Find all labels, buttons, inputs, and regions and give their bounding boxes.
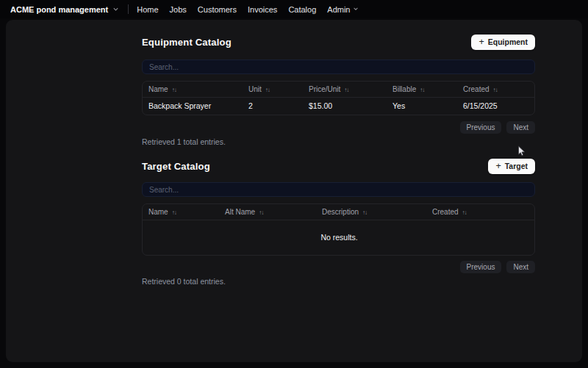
nav-item-jobs[interactable]: Jobs <box>170 5 187 14</box>
equipment-col-price-unit[interactable]: Price/Unit <box>303 82 387 97</box>
target-summary-text: Retrieved 0 total entries. <box>142 278 535 286</box>
sort-icon <box>344 87 348 93</box>
add-equipment-button[interactable]: Equipment <box>471 35 535 50</box>
target-col-description[interactable]: Description <box>316 204 426 220</box>
equipment-search-input[interactable] <box>142 59 535 74</box>
nav-links: Home Jobs Customers Invoices Catalog Adm… <box>137 5 359 14</box>
equipment-catalog-title: Equipment Catalog <box>142 37 232 48</box>
sort-icon <box>259 209 263 216</box>
target-table: Name Alt Name Description Created No res… <box>142 203 535 256</box>
target-catalog-title: Target Catalog <box>142 161 210 172</box>
add-target-button[interactable]: Target <box>488 159 535 174</box>
sort-icon <box>462 209 467 216</box>
add-equipment-label: Equipment <box>488 37 528 46</box>
cell-unit: 2 <box>243 97 303 115</box>
nav-item-invoices[interactable]: Invoices <box>248 5 277 14</box>
sort-icon <box>493 87 498 93</box>
sort-icon <box>362 209 367 216</box>
nav-item-customers[interactable]: Customers <box>198 5 237 14</box>
target-table-header-row: Name Alt Name Description Created <box>143 204 535 220</box>
equipment-table-header-row: Name Unit Price/Unit Billable Created <box>143 82 535 97</box>
target-previous-button[interactable]: Previous <box>460 261 502 273</box>
equipment-previous-button[interactable]: Previous <box>460 121 502 134</box>
equipment-section-header: Equipment Catalog Equipment <box>142 34 535 50</box>
plus-icon <box>478 37 484 47</box>
main-content-card: Equipment Catalog Equipment Name Unit Pr… <box>6 20 582 362</box>
equipment-col-billable[interactable]: Billable <box>387 82 457 97</box>
equipment-summary-text: Retrieved 1 total entries. <box>142 138 535 146</box>
equipment-table-row: Backpack Sprayer 2 $15.00 Yes 6/15/2025 <box>143 97 535 115</box>
sort-icon <box>172 87 176 93</box>
cell-name: Backpack Sprayer <box>143 97 243 115</box>
sort-icon <box>265 87 270 93</box>
equipment-next-button[interactable]: Next <box>506 121 535 134</box>
equipment-pagination: Previous Next <box>142 121 535 134</box>
nav-item-home[interactable]: Home <box>137 5 158 14</box>
content-container: Equipment Catalog Equipment Name Unit Pr… <box>142 20 535 286</box>
nav-item-admin[interactable]: Admin <box>327 5 359 14</box>
equipment-table: Name Unit Price/Unit Billable Created Ba… <box>142 81 535 115</box>
target-table-empty-row: No results. <box>143 220 535 255</box>
target-col-created[interactable]: Created <box>426 204 535 220</box>
cell-created: 6/15/2025 <box>457 97 535 115</box>
plus-icon <box>495 162 501 171</box>
target-col-alt-name[interactable]: Alt Name <box>219 204 316 220</box>
add-target-label: Target <box>505 162 528 170</box>
cell-price-unit: $15.00 <box>303 97 387 115</box>
org-switcher[interactable]: ACME pond management <box>10 5 119 14</box>
top-nav: ACME pond management Home Jobs Customers… <box>0 0 588 18</box>
nav-item-catalog[interactable]: Catalog <box>288 5 316 14</box>
target-next-button[interactable]: Next <box>506 261 535 273</box>
no-results-text: No results. <box>143 220 535 255</box>
target-section-header: Target Catalog Target <box>142 158 535 174</box>
target-pagination: Previous Next <box>142 261 535 273</box>
cell-billable: Yes <box>387 97 457 115</box>
nav-divider <box>128 4 129 14</box>
equipment-col-name[interactable]: Name <box>143 82 243 97</box>
org-name: ACME pond management <box>10 5 108 14</box>
chevron-down-icon <box>112 6 119 12</box>
sort-icon <box>420 87 424 93</box>
equipment-col-created[interactable]: Created <box>457 82 535 97</box>
equipment-col-unit[interactable]: Unit <box>243 82 303 97</box>
equipment-catalog-section: Equipment Catalog Equipment Name Unit Pr… <box>142 34 535 146</box>
target-col-name[interactable]: Name <box>143 204 219 220</box>
target-search-input[interactable] <box>142 182 535 197</box>
sort-icon <box>172 209 176 216</box>
chevron-down-icon <box>353 6 359 12</box>
target-catalog-section: Target Catalog Target Name Alt Name Desc… <box>142 158 535 286</box>
